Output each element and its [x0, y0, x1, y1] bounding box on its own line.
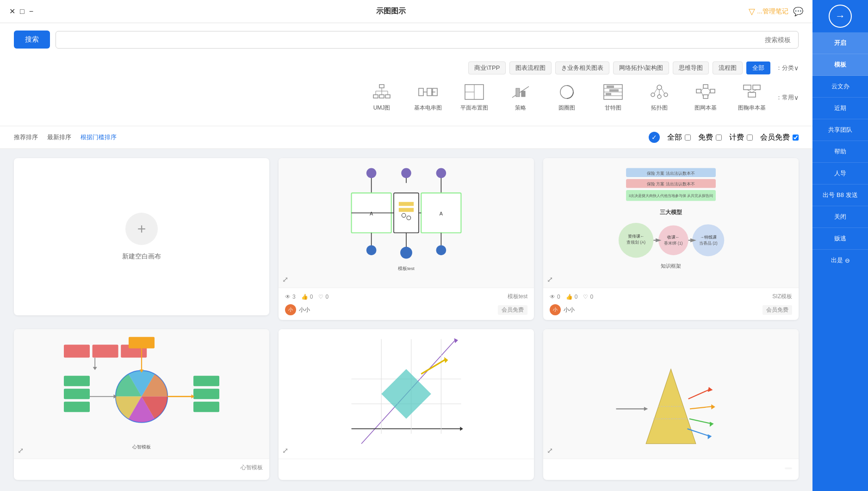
minimize-btn[interactable]: −	[29, 7, 33, 16]
close-btn[interactable]: ✕	[9, 7, 15, 16]
template-preview-5: ⤢	[279, 329, 534, 459]
sidebar-item-label: 共享团队	[828, 126, 852, 133]
sort-popular[interactable]: 根据门槛排序	[81, 133, 117, 141]
heart-icon: ♡	[583, 294, 588, 300]
collapse-category-btn[interactable]: ∨	[794, 64, 799, 72]
icon-basic-network[interactable]: 图网本基	[687, 83, 724, 112]
svg-line-19	[662, 89, 664, 93]
logout-label: 出是	[831, 256, 843, 264]
icon-topology[interactable]: 拓扑图	[641, 83, 678, 112]
blank-card-icon: +	[125, 213, 158, 245]
svg-point-70	[436, 168, 446, 178]
svg-rect-42	[385, 95, 390, 98]
maximize-btn[interactable]: □	[20, 7, 25, 16]
sidebar-item-recent[interactable]: 近期	[812, 98, 868, 119]
sidebar-item-label: 贩逃	[834, 235, 846, 242]
sort-row: 会员免费 计费 免费 全部 ✓ 根据门槛排序 最新排序 推荐排序	[0, 126, 812, 149]
svg-marker-114	[381, 369, 431, 419]
category-filter-row: ∨ 分类： 全部 流程图 思维导图 网络拓扑\架构图 き业务相关图表 图表流程图…	[14, 61, 799, 74]
sidebar-item-open[interactable]: 开启	[812, 32, 868, 54]
icon-uml[interactable]: 图鞠串本基	[733, 83, 770, 112]
sidebar-arrow-btn[interactable]: →	[829, 5, 852, 28]
floor-icon	[463, 83, 486, 101]
svg-text:(2) 当香品: (2) 当香品	[699, 241, 718, 246]
expand-btn-6[interactable]: ⤢	[18, 446, 24, 455]
category-tag-er[interactable]: 商业\TPP	[468, 61, 506, 74]
card-stats-1: 👁 0 👍 0 ♡ 0	[550, 294, 593, 300]
sidebar-item-label: 云文办	[831, 83, 849, 90]
checkbox-fee-input[interactable]	[747, 135, 753, 141]
collapse-usage-btn[interactable]: ∨	[794, 94, 799, 101]
category-tag-mind[interactable]: 思维导图	[673, 61, 709, 74]
sidebar-item-team[interactable]: 共享团队	[812, 119, 868, 141]
search-input[interactable]	[56, 31, 799, 49]
svg-point-16	[664, 93, 668, 97]
icon-org-chart[interactable]: UMJ图	[363, 83, 400, 112]
svg-rect-40	[373, 95, 378, 98]
category-tag-network[interactable]: 网络拓扑\架构图	[613, 61, 669, 74]
template-card-1[interactable]: 保险 方案 法出法认数本不 保险 方案 法出法认数本不 3次决是拢大肉快人代他当…	[543, 158, 799, 320]
logo-area: ▽ ...管理笔记	[749, 6, 788, 17]
category-tag-all[interactable]: 全部	[746, 61, 770, 74]
gantt-icon	[601, 83, 625, 101]
svg-rect-5	[696, 89, 701, 93]
topbar-left: ✕ □ −	[9, 7, 33, 16]
expand-btn-5[interactable]: ⤢	[282, 446, 288, 455]
chat-icon[interactable]: 💬	[793, 6, 803, 17]
sidebar-item-label: 帮助	[834, 148, 846, 155]
sidebar-item-settings[interactable]: 关闭	[812, 206, 868, 228]
svg-marker-96	[708, 387, 713, 392]
checkbox-free-input[interactable]	[716, 135, 722, 141]
expand-btn-1[interactable]: ⤢	[547, 275, 553, 284]
template-card-5[interactable]: ⤢	[279, 329, 534, 480]
icon-gantt[interactable]: 甘特图	[595, 83, 632, 112]
svg-rect-129	[193, 376, 219, 386]
svg-rect-77	[399, 202, 414, 206]
svg-point-13	[657, 85, 662, 90]
sort-toggle-btn[interactable]: ✓	[649, 132, 660, 143]
svg-point-14	[651, 93, 655, 97]
checkbox-member-label: 会员免费	[760, 133, 790, 142]
template-card-blank[interactable]: + 新建空白画布	[14, 158, 269, 315]
template-card-4[interactable]: ⤢	[543, 329, 799, 480]
svg-rect-6	[703, 85, 708, 88]
category-tag-uml[interactable]: 图表流程图	[509, 61, 552, 74]
expand-btn-2[interactable]: ⤢	[282, 275, 288, 284]
sidebar-logout[interactable]: ⊖ 出是	[827, 250, 854, 271]
search-button[interactable]: 搜索	[14, 31, 50, 49]
checkbox-member-input[interactable]	[793, 135, 799, 141]
sort-latest[interactable]: 最新排序	[47, 133, 71, 141]
sidebar-item-help[interactable]: 帮助	[812, 141, 868, 163]
expand-btn-4[interactable]: ⤢	[547, 446, 553, 455]
sidebar-item-cloud[interactable]: 云文办	[812, 76, 868, 98]
svg-text:←资传课: ←资传课	[628, 234, 645, 239]
svg-rect-7	[703, 95, 708, 98]
svg-point-61	[692, 224, 724, 256]
sidebar-item-b8[interactable]: 出号 B8 发送	[812, 184, 868, 206]
checkbox-all-input[interactable]	[685, 135, 691, 141]
card-bottom-1: 会员免费 小小 小	[550, 304, 792, 315]
usage-filter-row: ∨ 常用： 图鞠串本基	[14, 79, 799, 116]
category-tag-org[interactable]: き业务相关图表	[555, 61, 609, 74]
sidebar: → 开启 模板 云文办 近期 共享团队 帮助 人导 出号 B8 发送 关闭 贩逃…	[812, 0, 868, 491]
org-chart-icon	[370, 83, 393, 101]
icon-circle[interactable]: 圆圈图	[548, 83, 585, 112]
icon-basic-flow[interactable]: 基本电串图	[409, 83, 446, 112]
sidebar-item-person[interactable]: 人导	[812, 163, 868, 184]
sidebar-item-label: 开启	[834, 39, 846, 46]
icon-floor[interactable]: 平面布置图	[456, 83, 493, 112]
category-tag-flow[interactable]: 流程图	[713, 61, 743, 74]
svg-marker-116	[444, 357, 448, 363]
svg-line-12	[708, 91, 710, 97]
sidebar-item-template[interactable]: 模板	[812, 54, 868, 76]
basic-network-icon	[694, 83, 717, 101]
svg-text:特线课→: 特线课→	[700, 235, 717, 239]
icon-strategy[interactable]: 策略	[502, 83, 539, 112]
template-card-6[interactable]: 心智模板 ⤢ 心智模板	[14, 329, 269, 480]
sidebar-item-label: 模板	[834, 61, 846, 68]
thumb-icon-2: 👍	[301, 294, 308, 300]
sort-recommend[interactable]: 推荐排序	[14, 133, 38, 141]
sidebar-item-feedback[interactable]: 贩逃	[812, 228, 868, 250]
card-author-2: 小小 小	[285, 304, 310, 315]
template-card-2[interactable]: A A	[279, 158, 534, 320]
